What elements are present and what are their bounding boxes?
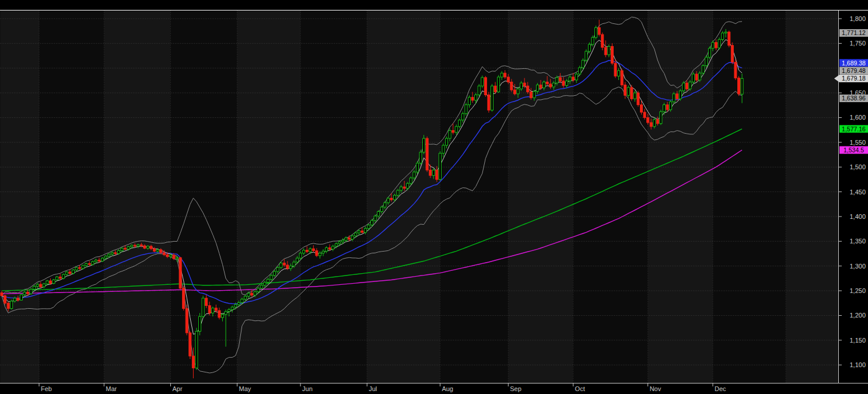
charting-app-window: VNINDEX - Daily 16/12/2025 00:00:00 Open… xyxy=(0,0,868,394)
price-tick-label: 1,600 xyxy=(849,114,866,121)
svg-text:1,679.18: 1,679.18 xyxy=(842,75,866,82)
month-label-mar: Mar xyxy=(106,385,117,392)
month-label-dec: Dec xyxy=(715,385,726,392)
month-label-jun: Jun xyxy=(302,385,313,392)
svg-text:1,534.5: 1,534.5 xyxy=(844,147,864,154)
price-tick-label: 1,550 xyxy=(849,139,866,146)
month-label-may: May xyxy=(239,385,251,392)
price-tick-label: 1,400 xyxy=(849,213,866,220)
price-tick-label: 1,450 xyxy=(849,189,866,196)
month-label-feb: Feb xyxy=(41,385,52,392)
month-label-sep: Sep xyxy=(510,385,522,392)
price-tick-label: 1,750 xyxy=(849,40,866,47)
price-badge-167948: 1,679.48 xyxy=(839,67,868,75)
price-badge-157716: 1,577.16 xyxy=(839,125,868,133)
price-tick-label: 1,800 xyxy=(849,15,866,22)
price-tick-label: 1,500 xyxy=(849,163,866,170)
svg-text:1,638.96: 1,638.96 xyxy=(842,95,866,102)
chart-plot-area[interactable]: FebMarAprMayJunJulAugSepOctNovDec1,8001,… xyxy=(0,0,868,394)
price-tick-label: 1,250 xyxy=(849,287,866,294)
svg-text:1,771.12: 1,771.12 xyxy=(842,29,866,36)
price-tick-label: 1,150 xyxy=(849,337,866,344)
price-badge-15345: 1,534.5 xyxy=(839,146,868,154)
price-badge-177112: 1,771.12 xyxy=(839,29,868,37)
month-label-jul: Jul xyxy=(369,385,377,392)
price-tick-label: 1,300 xyxy=(849,263,866,270)
month-label-nov: Nov xyxy=(650,385,662,392)
month-label-aug: Aug xyxy=(442,385,453,392)
price-tick-label: 1,350 xyxy=(849,238,866,245)
svg-text:1,689.38: 1,689.38 xyxy=(842,60,866,67)
price-tick-label: 1,100 xyxy=(849,361,866,368)
price-badge-168938: 1,689.38 xyxy=(839,59,868,67)
price-badge-167918: 1,679.18 xyxy=(834,75,868,82)
month-label-oct: Oct xyxy=(575,385,585,392)
svg-text:1,679.48: 1,679.48 xyxy=(842,67,866,74)
svg-text:1,577.16: 1,577.16 xyxy=(842,125,866,133)
price-tick-label: 1,200 xyxy=(849,312,866,319)
month-label-apr: Apr xyxy=(172,385,182,392)
price-badge-163896: 1,638.96 xyxy=(839,95,868,102)
